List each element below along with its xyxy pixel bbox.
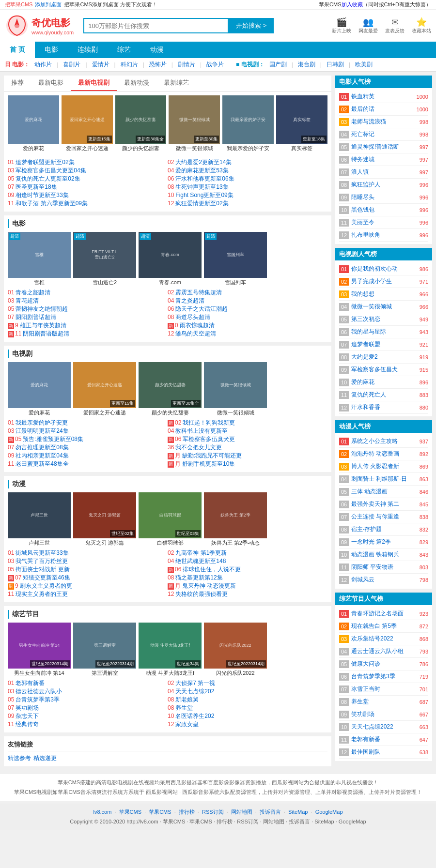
rank-anime-1[interactable]: 01系统之小公主攻略937 bbox=[339, 435, 428, 448]
vlink-10[interactable]: 10名医话养生202 bbox=[168, 712, 327, 720]
movie-item-4[interactable]: 雪国列车 超清 雪国列车 bbox=[204, 232, 267, 286]
movie-item-1[interactable]: 雪椎 超清 雪椎 bbox=[8, 232, 71, 286]
subnav-drama[interactable]: 剧情片 bbox=[175, 61, 198, 69]
rank-movie-5[interactable]: 05通灵神探!普通话断997 bbox=[339, 141, 428, 153]
tab-recommend[interactable]: 推荐 bbox=[4, 76, 31, 91]
rank-anime-3[interactable]: 03博人传 火影忍者新869 bbox=[339, 460, 428, 473]
rank-anime-6[interactable]: 06最强外卖天神 第二845 bbox=[339, 498, 428, 511]
alink-7[interactable]: 新07矩镜交更新至46集 bbox=[8, 574, 168, 582]
header-icon-newmovie[interactable]: 🎬 新片上映 bbox=[332, 17, 351, 34]
update-item-03[interactable]: 03军检察官多伍昌犬更至04集 bbox=[8, 167, 168, 175]
update-item-07[interactable]: 07医圣更新至18集 bbox=[8, 183, 168, 191]
mlink-8[interactable]: 08商道尽头超清 bbox=[168, 313, 327, 321]
rank-anime-8[interactable]: 08宿主·存护题832 bbox=[339, 523, 428, 536]
tv-item-1[interactable]: 爱的麻花 爱的麻花 bbox=[8, 362, 71, 416]
nav-item-variety[interactable]: 综艺 bbox=[108, 42, 140, 58]
rank-anime-5[interactable]: 05三体 动态漫画846 bbox=[339, 486, 428, 498]
tvlink-4[interactable]: 04教科书上没有更新至 bbox=[168, 427, 327, 435]
update-item-04[interactable]: 04爱的麻花更新至53集 bbox=[168, 167, 327, 175]
subnav-horror[interactable]: 恐怖片 bbox=[147, 61, 169, 69]
mlink-11[interactable]: 新11阴阳剧普语版超清 bbox=[8, 330, 168, 338]
rank-movie-10[interactable]: 10黑色钱包996 bbox=[339, 204, 428, 216]
mlink-2[interactable]: 02霹雳五号特集超清 bbox=[168, 289, 327, 297]
nav-item-movie[interactable]: 电影 bbox=[35, 42, 68, 58]
rank-anime-10[interactable]: 10动态漫画 铁箱钢兵843 bbox=[339, 548, 428, 561]
variety-item-1[interactable]: 男生女生向前冲 第14 世纪至20220314期 男生女生向前冲 第14 bbox=[8, 623, 71, 677]
tvlink-3[interactable]: 03江景明明更新至24集 bbox=[8, 427, 168, 435]
update-item-02[interactable]: 02大约是爱2更新至14集 bbox=[168, 158, 327, 167]
rank-tv-11[interactable]: 11复仇的死亡人883 bbox=[339, 389, 428, 401]
alink-4[interactable]: 04绝世武魂更新至148 bbox=[168, 557, 327, 565]
rank-anime-11[interactable]: 11阴阳师 平安物语803 bbox=[339, 561, 428, 574]
footer-link-rss[interactable]: RSS订阅 bbox=[202, 809, 224, 815]
footer-link-googlemap[interactable]: GoogleMap bbox=[315, 809, 343, 815]
tvlink-9[interactable]: 09社内相亲更新至04集 bbox=[8, 452, 168, 460]
variety-item-2[interactable]: 第三调解室 世纪至20220314期 第三调解室 bbox=[73, 623, 136, 677]
variety-item-3[interactable]: 动漫 斗罗大陆3龙王f 世纪至34集 动漫 斗罗大陆3龙王f bbox=[139, 623, 202, 677]
subnav-domestic[interactable]: 国产剧 bbox=[267, 61, 289, 69]
tab-new-movie[interactable]: 最新电影 bbox=[31, 76, 71, 91]
rank-movie-3[interactable]: 03老师与流浪猫998 bbox=[339, 116, 428, 128]
rank-variety-6[interactable]: 06台青筑梦季第3季719 bbox=[339, 670, 428, 683]
anime-item-4[interactable]: 妖兽为王 第2季 妖兽为王 第2季-动态 bbox=[204, 492, 267, 547]
tvlink-5[interactable]: 新05预告:雅雀预更新至08集 bbox=[8, 435, 168, 443]
update-item-05[interactable]: 05复仇的死亡人更新至02集 bbox=[8, 175, 168, 183]
update-item-11[interactable]: 11和歌子酒 第六季更新至09集 bbox=[8, 199, 168, 208]
rank-tv-10[interactable]: 10爱的麻花896 bbox=[339, 376, 428, 389]
rank-anime-12[interactable]: 12剑城风云798 bbox=[339, 574, 428, 586]
friend-link-1[interactable]: 精选参考 bbox=[8, 754, 31, 762]
rank-anime-9[interactable]: 09一念时光 第2季829 bbox=[339, 536, 428, 548]
tvlink-1[interactable]: 01我最亲爱的妒孑安更 bbox=[8, 419, 168, 427]
announcement-link[interactable]: 添加到桌面 bbox=[35, 1, 62, 8]
rank-tv-5[interactable]: 05第三次初恋949 bbox=[339, 313, 428, 326]
nav-item-series[interactable]: 连续剧 bbox=[68, 42, 108, 58]
anime-item-2[interactable]: 鬼灭之刃 游郭篇 世纪至02集 鬼灭之刃 游郭篇 bbox=[73, 492, 136, 547]
vlink-8[interactable]: 08养生堂 bbox=[168, 704, 327, 712]
search-input[interactable] bbox=[83, 18, 229, 33]
header-icon-bookmark[interactable]: ⭐ 收藏本站 bbox=[412, 17, 431, 34]
subnav-comedy[interactable]: 喜剧片 bbox=[61, 61, 83, 69]
rank-tv-2[interactable]: 02男子完成小学生971 bbox=[339, 275, 428, 288]
rank-variety-12[interactable]: 12最佳国剧队638 bbox=[339, 746, 428, 759]
alink-11[interactable]: 11现实主义勇者的王更 bbox=[8, 590, 168, 598]
subnav-war[interactable]: 战争片 bbox=[204, 61, 226, 69]
rank-movie-12[interactable]: 12扎布里峡角996 bbox=[339, 229, 428, 242]
alink-8[interactable]: 08猫之基更新第12集 bbox=[168, 574, 327, 582]
subnav-action[interactable]: 动作片 bbox=[32, 61, 54, 69]
tab-new-variety[interactable]: 最新综艺 bbox=[156, 76, 196, 91]
rank-movie-4[interactable]: 04死亡标记998 bbox=[339, 128, 428, 141]
vlink-4[interactable]: 04天天七点综202 bbox=[168, 687, 327, 696]
vlink-12[interactable]: 12家政女皇 bbox=[168, 720, 327, 729]
vlink-6[interactable]: 08新老娘舅 bbox=[168, 696, 327, 704]
rank-tv-7[interactable]: 07追梦者联盟921 bbox=[339, 338, 428, 351]
vlink-11[interactable]: 11经典传奇 bbox=[8, 720, 168, 729]
nav-item-home[interactable]: 首 页 bbox=[0, 42, 35, 58]
alink-10[interactable]: 新月鬼灭丹神 动态漫更新 bbox=[168, 582, 327, 590]
rank-movie-8[interactable]: 08疯狂监护人996 bbox=[339, 179, 428, 191]
subnav-romance[interactable]: 爱情片 bbox=[90, 61, 112, 69]
update-item-06[interactable]: 06汗水和他春更新至06集 bbox=[168, 175, 327, 183]
alink-6[interactable]: 新06排球也住住，人说不更 bbox=[168, 565, 327, 574]
tvlink-2[interactable]: 新02我扛起！狗狗我新更 bbox=[168, 419, 327, 427]
rank-tv-9[interactable]: 09军检察客多伍昌犬915 bbox=[339, 364, 428, 376]
rank-variety-4[interactable]: 04通云士通云六队小组793 bbox=[339, 645, 428, 658]
mlink-3[interactable]: 03青花超清 bbox=[8, 297, 168, 305]
rank-movie-9[interactable]: 09陪睡尽头996 bbox=[339, 191, 428, 204]
rank-movie-7[interactable]: 07浪人镇997 bbox=[339, 166, 428, 179]
rank-variety-7[interactable]: 07冰雪正当时701 bbox=[339, 683, 428, 696]
rank-anime-4[interactable]: 04刺面骑士 利维那斯·日863 bbox=[339, 473, 428, 486]
tvlink-10[interactable]: 新月缺勤:我跑兄不可能还更 bbox=[168, 452, 327, 460]
update-item-01[interactable]: 01追梦者联盟更新至02集 bbox=[8, 158, 168, 167]
tab-new-tv[interactable]: 最新电视剧 bbox=[71, 76, 117, 91]
update-item-09[interactable]: 09相逢时节更新至33集 bbox=[8, 191, 168, 199]
update-item-08[interactable]: 08生死钟声更新至13集 bbox=[168, 183, 327, 191]
featured-item-5[interactable]: 我最亲爱的妒孑安 我最亲爱的妒孑安 bbox=[222, 95, 274, 152]
rank-tv-6[interactable]: 06我的星与星际943 bbox=[339, 326, 428, 338]
rank-variety-1[interactable]: 01青春环游记之名场面923 bbox=[339, 608, 428, 620]
mlink-12[interactable]: 12雏鸟的天空超清 bbox=[168, 330, 327, 338]
featured-item-6[interactable]: 真实标签 更新至18集 真实标签 bbox=[276, 95, 327, 152]
alink-12[interactable]: 12失格纹的最强侦看更 bbox=[168, 590, 327, 598]
featured-item-2[interactable]: 爱回家之开心速递 更新至15集 爱回家之开心速递 bbox=[62, 95, 113, 152]
tv-item-2[interactable]: 爱回家之开心速递 更新至15集 爱回家之开心速递 bbox=[73, 362, 136, 416]
rank-anime-7[interactable]: 07公主连接 与你重逢838 bbox=[339, 511, 428, 523]
